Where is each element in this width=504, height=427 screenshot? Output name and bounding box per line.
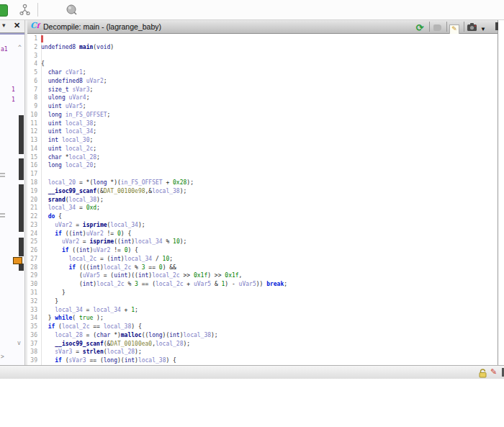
code-line[interactable]: 21 local_34 = 0xd; bbox=[27, 204, 498, 212]
line-number: 39 bbox=[27, 356, 41, 365]
listing-tick bbox=[0, 213, 5, 215]
bookmark-marker[interactable] bbox=[13, 257, 22, 264]
menu-icon[interactable] bbox=[495, 22, 498, 30]
scrollbar-marker[interactable] bbox=[19, 184, 24, 232]
toolbar-separator bbox=[446, 22, 447, 32]
code-line[interactable]: 38 sVar3 = strlen(local_28); bbox=[27, 348, 498, 356]
code-line[interactable]: 26 if ((int)uVar2 != 0) { bbox=[27, 246, 498, 255]
line-number: 16 bbox=[27, 161, 41, 170]
code-line[interactable]: 32 } bbox=[27, 297, 498, 306]
code-line[interactable]: 6 undefined8 uVar2; bbox=[27, 77, 498, 86]
code-line[interactable]: 24 if ((int)uVar2 != 0) { bbox=[27, 230, 498, 238]
line-number: 31 bbox=[27, 289, 41, 297]
line-number: 27 bbox=[27, 255, 41, 264]
dropdown-icon[interactable]: ▼ bbox=[477, 21, 489, 32]
decompile-panel: Cf Decompile: main - (lagrange_baby) ⟳ ✎ bbox=[27, 20, 498, 365]
line-number: 19 bbox=[27, 187, 41, 196]
scrollbar-marker[interactable] bbox=[19, 238, 24, 256]
code-line[interactable]: 34 } while( true ); bbox=[27, 314, 498, 323]
line-number: 35 bbox=[27, 323, 41, 331]
camera-icon[interactable] bbox=[466, 21, 477, 32]
toolbar-separator bbox=[37, 3, 38, 17]
partial-green-icon[interactable] bbox=[0, 4, 8, 17]
line-number: 3 bbox=[27, 52, 41, 60]
line-number: 29 bbox=[27, 271, 41, 280]
line-number: 30 bbox=[27, 280, 41, 289]
left-panel-header: ▾ ✕ bbox=[0, 20, 24, 33]
line-number: 38 bbox=[27, 348, 41, 356]
listing-text-fragment: 1 bbox=[12, 96, 15, 103]
code-line[interactable]: 23 uVar2 = isprime(local_34); bbox=[27, 221, 498, 230]
line-number: 25 bbox=[27, 238, 41, 246]
code-line[interactable]: 37 __isoc99_scanf(&DAT_00100ea0,local_28… bbox=[27, 340, 498, 349]
line-number: 32 bbox=[27, 297, 41, 306]
line-number: 5 bbox=[27, 68, 41, 77]
code-line[interactable]: 8 ulong uVar4; bbox=[27, 94, 498, 102]
code-line[interactable]: 39 if (sVar3 == (long)(int)local_38) { bbox=[27, 356, 498, 365]
scroll-right-icon[interactable]: > bbox=[1, 354, 4, 360]
code-line[interactable]: 5 char cVar1; bbox=[27, 68, 498, 77]
main-toolbar bbox=[0, 0, 504, 20]
decompiler-cf-icon: Cf bbox=[30, 21, 40, 30]
decompiler-code[interactable]: 12undefined8 main(void)34{5 char cVar1;6… bbox=[27, 34, 498, 365]
line-number: 36 bbox=[27, 331, 41, 340]
symbol-tree-icon[interactable] bbox=[19, 4, 31, 16]
toolbar-separator bbox=[429, 22, 430, 32]
code-line[interactable]: 18 local_20 = *(long *)(in_FS_OFFSET + 0… bbox=[27, 179, 498, 187]
code-line[interactable]: 35 if (local_2c == local_38) { bbox=[27, 323, 498, 331]
memory-sphere-icon[interactable] bbox=[66, 4, 78, 16]
code-line[interactable]: 25 uVar2 = isprime((int)local_34 % 10); bbox=[27, 238, 498, 246]
code-line[interactable]: 11 uint local_38; bbox=[27, 120, 498, 128]
code-line[interactable]: 14 uint local_2c; bbox=[27, 145, 498, 153]
code-line[interactable]: 3 bbox=[27, 52, 498, 60]
line-number: 11 bbox=[27, 120, 41, 128]
code-line[interactable]: 27 local_2c = (int)local_34 / 10; bbox=[27, 255, 498, 264]
line-number: 13 bbox=[27, 136, 41, 145]
lock-icon[interactable] bbox=[478, 368, 487, 381]
copy-icon[interactable] bbox=[431, 21, 443, 32]
line-number: 15 bbox=[27, 153, 41, 162]
code-line[interactable]: 20 srand(local_38); bbox=[27, 196, 498, 204]
code-line[interactable]: 33 local_34 = local_34 + 1; bbox=[27, 306, 498, 315]
code-line[interactable]: 19 __isoc99_scanf(&DAT_00100e98,&local_3… bbox=[27, 187, 498, 196]
code-line[interactable]: 36 local_28 = (char *)malloc((long)(int)… bbox=[27, 331, 498, 340]
code-line[interactable]: 7 size_t sVar3; bbox=[27, 86, 498, 94]
code-line[interactable]: 13 int local_30; bbox=[27, 136, 498, 145]
panel-close-icon[interactable]: ✕ bbox=[14, 21, 20, 30]
line-number: 20 bbox=[27, 196, 41, 204]
code-line[interactable]: 31 } bbox=[27, 289, 498, 297]
code-line[interactable]: 16 long local_20; bbox=[27, 161, 498, 170]
code-line[interactable]: 10 long in_FS_OFFSET; bbox=[27, 111, 498, 120]
code-line[interactable]: 1 bbox=[27, 35, 498, 43]
line-number: 12 bbox=[27, 127, 41, 136]
line-number: 6 bbox=[27, 77, 41, 86]
code-line[interactable]: 12 uint local_34; bbox=[27, 127, 498, 136]
code-line[interactable]: 17 bbox=[27, 170, 498, 179]
listing-text-fragment: a1 bbox=[1, 46, 8, 53]
edit-mode-icon[interactable]: ✎ bbox=[490, 367, 497, 377]
line-number: 1 bbox=[27, 35, 41, 43]
code-line[interactable]: 15 char *local_28; bbox=[27, 153, 498, 162]
code-line[interactable]: 4{ bbox=[27, 60, 498, 68]
line-number: 4 bbox=[27, 60, 41, 68]
scrollbar-marker[interactable] bbox=[19, 264, 24, 271]
line-number: 37 bbox=[27, 340, 41, 349]
scrollbar-marker[interactable] bbox=[19, 158, 24, 180]
scrollbar-marker[interactable] bbox=[19, 115, 24, 154]
code-line[interactable]: 30 (int)local_2c % 3 == (local_2c + uVar… bbox=[27, 280, 498, 289]
scroll-down-icon[interactable]: v bbox=[17, 340, 21, 346]
code-line[interactable]: 29 (uVar5 = (uint)((int)local_2c >> 0x1f… bbox=[27, 271, 498, 280]
panel-dropdown-icon[interactable]: ▾ bbox=[2, 22, 6, 29]
code-line[interactable]: 22 do { bbox=[27, 212, 498, 221]
line-number: 18 bbox=[27, 179, 41, 187]
line-number: 28 bbox=[27, 264, 41, 272]
line-number: 7 bbox=[27, 86, 41, 94]
line-number: 22 bbox=[27, 212, 41, 221]
edit-icon[interactable]: ✎ bbox=[449, 21, 460, 32]
decompile-header[interactable]: Cf Decompile: main - (lagrange_baby) ⟳ ✎ bbox=[27, 20, 498, 34]
code-line[interactable]: 2undefined8 main(void) bbox=[27, 43, 498, 52]
code-line[interactable]: 28 if (((int)local_2c % 3 == 0) && bbox=[27, 264, 498, 272]
refresh-icon[interactable]: ⟳ bbox=[414, 21, 426, 32]
code-line[interactable]: 9 uint uVar5; bbox=[27, 102, 498, 111]
scroll-up-icon[interactable]: ^ bbox=[18, 45, 22, 51]
